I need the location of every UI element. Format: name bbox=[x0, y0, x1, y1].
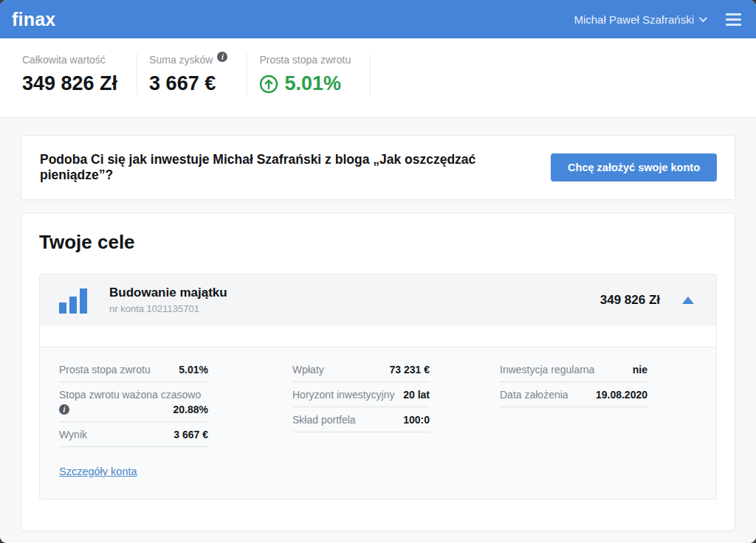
account-details-link[interactable]: Szczegóły konta bbox=[59, 466, 137, 477]
topbar-right: Michał Paweł Szafrański bbox=[574, 10, 743, 29]
chevron-down-icon bbox=[699, 14, 707, 22]
main-content: Całkowita wartość 349 826 Zł Suma zysków… bbox=[0, 38, 756, 543]
stat-simple-return: Prosta stopa zwrotu 5.01% bbox=[259, 54, 371, 95]
bar-chart-icon bbox=[59, 287, 87, 314]
promo-banner: Podoba Ci się jak inwestuje Michał Szafr… bbox=[21, 135, 735, 200]
stat-profit-amount: 3 667 € bbox=[149, 72, 227, 95]
portfolio-stats-bar: Całkowita wartość 349 826 Zł Suma zysków… bbox=[0, 38, 756, 118]
detail-row-start-date: Data założenia 19.08.2020 bbox=[500, 382, 647, 407]
stat-total-amount: 349 826 Zł bbox=[22, 72, 117, 95]
hamburger-menu-icon[interactable] bbox=[724, 10, 743, 29]
goal-header-right: 349 826 Zł bbox=[600, 293, 694, 308]
open-account-button[interactable]: Chcę założyć swoje konto bbox=[551, 153, 717, 181]
goal-details-panel: Prosta stopa zwrotu 5.01% Stopa zwrotu w… bbox=[40, 347, 716, 499]
goal-value: 349 826 Zł bbox=[600, 293, 660, 308]
user-name: Michał Paweł Szafrański bbox=[574, 13, 694, 26]
stat-return-value-text: 5.01% bbox=[284, 72, 341, 95]
top-navigation-bar: finax Michał Paweł Szafrański bbox=[0, 0, 756, 38]
user-menu[interactable]: Michał Paweł Szafrański bbox=[574, 13, 705, 26]
detail-row-horizon: Horyzont inwestycyjny 20 lat bbox=[292, 382, 430, 407]
detail-row-result: Wynik 3 667 € bbox=[59, 422, 208, 447]
stat-profit: Suma zysków i 3 667 € bbox=[149, 54, 247, 95]
arrow-up-circle-icon bbox=[259, 75, 278, 94]
details-column-deposits: Wpłaty 73 231 € Horyzont inwestycyjny 20… bbox=[292, 357, 430, 432]
goal-account-number: nr konta 1021135701 bbox=[109, 303, 227, 314]
collapse-arrow-icon[interactable] bbox=[682, 297, 694, 304]
stat-profit-label: Suma zysków i bbox=[149, 54, 227, 66]
goals-section-title: Twoje cele bbox=[39, 231, 717, 254]
info-icon[interactable]: i bbox=[59, 404, 69, 415]
detail-row-deposits: Wpłaty 73 231 € bbox=[292, 357, 430, 382]
goal-card: Budowanie majątku nr konta 1021135701 34… bbox=[39, 274, 717, 499]
stat-total-value: Całkowita wartość 349 826 Zł bbox=[22, 54, 137, 95]
stat-total-label: Całkowita wartość bbox=[22, 54, 117, 66]
goal-details-columns: Prosta stopa zwrotu 5.01% Stopa zwrotu w… bbox=[59, 357, 697, 447]
app-window: finax Michał Paweł Szafrański Całkowita … bbox=[0, 0, 756, 543]
stat-return-amount: 5.01% bbox=[259, 72, 351, 95]
goal-card-header[interactable]: Budowanie majątku nr konta 1021135701 34… bbox=[40, 274, 716, 325]
goal-identity: Budowanie majątku nr konta 1021135701 bbox=[109, 286, 227, 314]
promo-banner-text: Podoba Ci się jak inwestuje Michał Szafr… bbox=[40, 152, 551, 183]
details-column-meta: Inwestycja regularna nie Data założenia … bbox=[500, 357, 647, 407]
detail-row-regular-investment: Inwestycja regularna nie bbox=[500, 357, 647, 382]
finax-logo[interactable]: finax bbox=[12, 9, 55, 30]
stat-return-label: Prosta stopa zwrotu bbox=[259, 54, 351, 66]
info-icon[interactable]: i bbox=[217, 52, 227, 62]
goal-name: Budowanie majątku bbox=[109, 286, 227, 300]
goals-section: Twoje cele Budowanie majątku nr konta 10… bbox=[21, 212, 735, 531]
detail-row-portfolio: Skład portfela 100:0 bbox=[292, 407, 430, 432]
goal-card-spacer bbox=[40, 325, 716, 347]
details-column-returns: Prosta stopa zwrotu 5.01% Stopa zwrotu w… bbox=[59, 357, 208, 447]
detail-row-simple-return: Prosta stopa zwrotu 5.01% bbox=[59, 357, 208, 382]
detail-row-time-weighted-return: Stopa zwrotu ważona czasowo i 20.88% bbox=[59, 382, 208, 422]
